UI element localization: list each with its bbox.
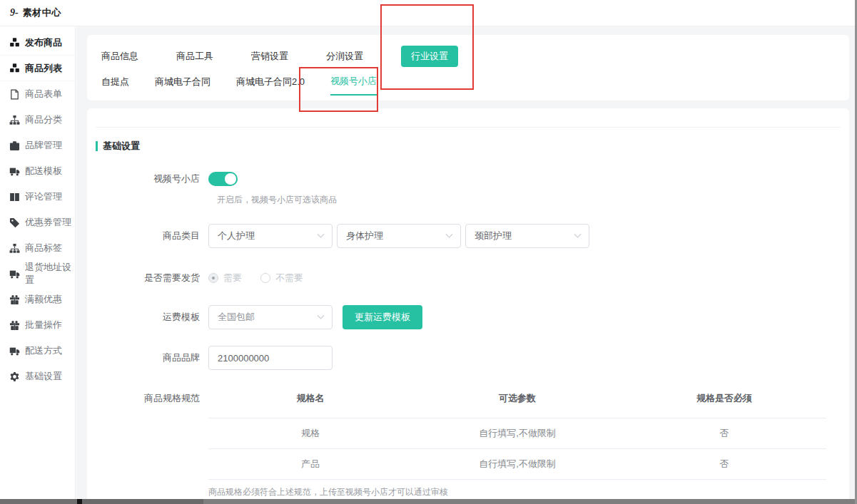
tab-goods-info[interactable]: 商品信息 [101, 50, 138, 63]
tag-icon [9, 217, 20, 228]
tab-row-primary: 商品信息 商品工具 营销设置 分润设置 行业设置 [101, 45, 849, 68]
radio-unchecked-icon [260, 273, 270, 283]
tab-marketing-settings[interactable]: 营销设置 [251, 50, 288, 63]
radio-checked-icon [208, 273, 218, 283]
freight-select-value: 全国包邮 [218, 311, 255, 324]
freight-select[interactable]: 全国包邮 [208, 305, 333, 329]
chevron-down-icon [318, 312, 325, 319]
tab-profit-settings[interactable]: 分润设置 [326, 50, 363, 63]
sidebar-item-delivery-method[interactable]: 配送方式 [0, 338, 75, 364]
video-shop-help: 开启后，视频号小店可选该商品 [87, 194, 849, 206]
chevron-down-icon [574, 230, 582, 237]
tab-mall-contract[interactable]: 商城电子合同 [155, 76, 211, 95]
spec-col-params: 可选参数 [412, 386, 622, 418]
sidebar-item-label: 商品列表 [25, 62, 62, 75]
sidebar-item-brand-manage[interactable]: 品牌管理 [0, 133, 75, 158]
section-accent-bar [96, 141, 98, 151]
sidebar-item-basic-settings[interactable]: 基础设置 [0, 364, 75, 389]
spec-table-wrap: 规格名 可选参数 规格是否必须 规格 自行填写,不做限制 否 [208, 386, 826, 498]
sidebar-item-label: 发布商品 [25, 36, 62, 49]
need-shipping-options: 需要 不需要 [208, 272, 322, 284]
truck-icon [9, 166, 20, 177]
settings-card: 基础设置 视频号小店 开启后，视频号小店可选该商品 商品类目 个人护理 身体护理 [87, 108, 849, 499]
sitemap-icon [9, 115, 20, 125]
brand-row: 商品品牌 [87, 346, 849, 370]
chevron-down-icon [318, 230, 325, 237]
category-select-value: 颈部护理 [475, 230, 512, 242]
sidebar-item-label: 基础设置 [25, 370, 62, 383]
sidebar-item-label: 批量操作 [25, 319, 62, 331]
sidebar-item-goods-list[interactable]: 商品列表 [0, 56, 75, 81]
tab-industry-settings[interactable]: 行业设置 [401, 46, 458, 67]
tab-row-secondary: 自提点 商城电子合同 商城电子合同2.0 视频号小店 [101, 73, 849, 96]
section-title: 基础设置 [96, 140, 849, 153]
sidebar-item-return-address[interactable]: 退货地址设置 [0, 261, 75, 287]
update-freight-button[interactable]: 更新运费模板 [343, 305, 422, 329]
category-select-level2[interactable]: 身体护理 [337, 224, 461, 248]
category-select-value: 个人护理 [218, 230, 255, 242]
sidebar-item-label: 商品标签 [25, 242, 62, 254]
gift-icon [9, 294, 20, 305]
card-divider [96, 108, 841, 128]
tab-video-shop[interactable]: 视频号小店 [330, 75, 377, 96]
boxes-icon [9, 63, 20, 73]
sidebar-item-full-discount[interactable]: 满额优惠 [0, 287, 75, 312]
sitemap-icon [9, 243, 20, 254]
spec-cell: 否 [622, 449, 826, 480]
sidebar-item-publish-goods[interactable]: 发布商品 [0, 30, 75, 56]
briefcase-icon [9, 140, 20, 151]
freight-label: 运费模板 [87, 311, 208, 324]
video-shop-label: 视频号小店 [87, 173, 208, 185]
spec-col-required: 规格是否必须 [622, 386, 826, 418]
sidebar-item-label: 配送模板 [25, 165, 62, 178]
category-label: 商品类目 [87, 230, 208, 242]
sidebar-item-label: 退货地址设置 [25, 261, 75, 287]
tab-pickup-point[interactable]: 自提点 [101, 76, 129, 95]
radio-need-no[interactable]: 不需要 [260, 272, 303, 284]
category-select-value: 身体护理 [346, 230, 383, 242]
window-bottom-edge [0, 499, 857, 504]
sidebar-item-comment-manage[interactable]: 评论管理 [0, 184, 75, 210]
tab-goods-tools[interactable]: 商品工具 [176, 50, 213, 63]
sidebar-item-label: 配送方式 [25, 344, 62, 357]
gear-icon [9, 371, 20, 382]
spec-table-header-row: 规格名 可选参数 规格是否必须 [208, 386, 826, 418]
sidebar-item-goods-category[interactable]: 商品分类 [0, 107, 75, 133]
top-header: 9- 素材中心 [0, 0, 857, 26]
sidebar-item-goods-form[interactable]: 商品表单 [0, 81, 75, 107]
freight-row: 运费模板 全国包邮 更新运费模板 [87, 305, 849, 329]
category-row: 商品类目 个人护理 身体护理 颈部护理 [87, 224, 849, 248]
sidebar-item-coupon-manage[interactable]: 优惠券管理 [0, 210, 75, 235]
gift-icon [9, 320, 20, 331]
radio-label: 需要 [223, 272, 242, 284]
truck-icon [9, 346, 20, 356]
spec-cell: 产品 [208, 449, 412, 480]
main-area: 商品信息 商品工具 营销设置 分润设置 行业设置 自提点 商城电子合同 商城电子… [76, 26, 855, 499]
spec-cell: 自行填写,不做限制 [412, 449, 622, 480]
spec-cell: 自行填写,不做限制 [412, 418, 622, 449]
book-icon [9, 192, 20, 202]
sidebar: 发布商品 商品列表 商品表单 商品分类 品牌管理 配送模板 评论管理 优惠券管理… [0, 26, 76, 499]
spec-note: 商品规格必须符合上述规范，上传至视频号小店才可以通过审核 [208, 479, 826, 498]
sidebar-item-delivery-template[interactable]: 配送模板 [0, 158, 75, 184]
table-row: 产品 自行填写,不做限制 否 [208, 449, 826, 480]
sidebar-item-batch-operation[interactable]: 批量操作 [0, 312, 75, 338]
sidebar-item-label: 商品分类 [25, 113, 62, 126]
sidebar-item-label: 品牌管理 [25, 139, 62, 152]
video-shop-toggle[interactable] [208, 172, 238, 186]
need-shipping-row: 是否需要发货 需要 不需要 [87, 271, 849, 285]
radio-need-yes[interactable]: 需要 [208, 272, 242, 284]
tab-mall-contract-2[interactable]: 商城电子合同2.0 [236, 76, 305, 95]
brand-label: 商品品牌 [87, 351, 208, 364]
truck-icon [9, 269, 20, 279]
sidebar-item-label: 满额优惠 [25, 293, 62, 306]
brand-input[interactable] [208, 346, 333, 370]
category-select-level1[interactable]: 个人护理 [208, 224, 333, 248]
category-select-level3[interactable]: 颈部护理 [465, 224, 589, 248]
toggle-knob [225, 173, 236, 185]
app-title: 素材中心 [23, 6, 61, 19]
sidebar-item-goods-tag[interactable]: 商品标签 [0, 235, 75, 261]
chevron-down-icon [446, 230, 453, 237]
video-shop-row: 视频号小店 [87, 171, 849, 187]
sidebar-item-label: 评论管理 [25, 190, 62, 203]
